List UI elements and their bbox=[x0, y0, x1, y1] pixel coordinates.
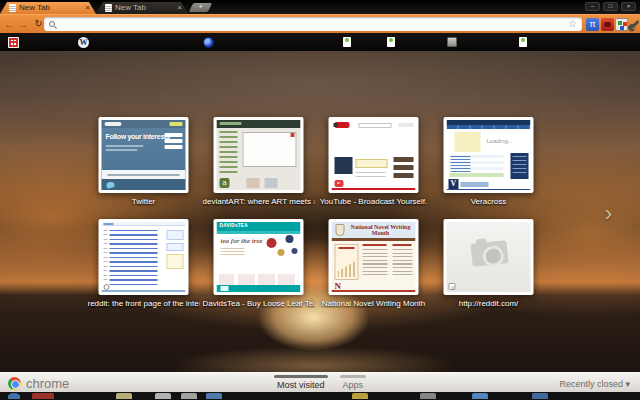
thumbnail-title: DavidsTea - Buy Loose Leaf Tea ... bbox=[203, 299, 315, 308]
bookmark-star-icon[interactable]: ☆ bbox=[568, 17, 577, 31]
reddit-favicon bbox=[449, 283, 456, 290]
thumbnail-deviantart[interactable]: a deviantART: where ART meets ap... bbox=[207, 117, 311, 206]
tab-new-tab-inactive[interactable]: New Tab × bbox=[96, 2, 188, 14]
close-button[interactable]: × bbox=[621, 2, 636, 11]
ornament bbox=[267, 238, 277, 248]
twitter-heading: Follow your interests bbox=[106, 133, 170, 140]
page-favicon[interactable] bbox=[343, 37, 351, 47]
taskbar-icon bbox=[8, 393, 20, 399]
page-favicon-icon bbox=[9, 4, 16, 12]
thumbnail-title: http://reddit.com/ bbox=[433, 299, 545, 308]
multicolor-extension-icon[interactable] bbox=[615, 18, 628, 31]
thumbnail-title: reddit: the front page of the inter... bbox=[88, 299, 200, 308]
footer-section-tabs: Most visited Apps bbox=[0, 373, 640, 393]
chevron-down-icon: ▾ bbox=[625, 379, 630, 389]
wikipedia-icon[interactable]: W bbox=[78, 37, 89, 48]
page-favicon[interactable] bbox=[519, 37, 527, 47]
twitter-signup-button bbox=[170, 122, 183, 126]
thumbnail-davidstea[interactable]: DAVIDsTEA tea for the tree DavidsTea - B… bbox=[207, 219, 311, 308]
page-favicon[interactable] bbox=[387, 37, 395, 47]
taskbar-icon bbox=[32, 393, 54, 399]
deviantart-canvas bbox=[243, 132, 297, 167]
tab-close-icon[interactable]: × bbox=[85, 2, 90, 14]
thumbnail-twitter[interactable]: Follow your interests Twitter bbox=[92, 117, 196, 206]
tab-most-visited[interactable]: Most visited bbox=[277, 373, 325, 393]
tab-label: New Tab bbox=[115, 2, 146, 14]
thumbnail-title: National Novel Writing Month bbox=[318, 299, 430, 308]
taskbar-icon bbox=[532, 393, 548, 399]
fundraising-bar-chart bbox=[338, 261, 356, 277]
new-tab-page: Follow your interests Twitter a bbox=[0, 51, 640, 372]
thumbnail-veracross[interactable]: Loading... V Veracross bbox=[437, 117, 541, 206]
nanowrimo-crest bbox=[336, 224, 345, 236]
youtube-logo bbox=[335, 122, 350, 128]
search-icon bbox=[49, 21, 55, 27]
new-tab-footer: chrome Most visited Apps Recently closed… bbox=[0, 372, 640, 392]
tab-new-tab-active[interactable]: New Tab × bbox=[0, 2, 96, 14]
next-page-chevron-icon[interactable]: › bbox=[605, 201, 612, 227]
red-extension-icon[interactable] bbox=[601, 18, 614, 31]
window-controls: – □ × bbox=[585, 2, 636, 11]
wrench-menu-icon[interactable] bbox=[630, 20, 639, 29]
most-visited-grid: Follow your interests Twitter a bbox=[92, 117, 541, 308]
restore-button[interactable]: □ bbox=[603, 2, 618, 11]
thumbnail-title: deviantART: where ART meets ap... bbox=[203, 197, 315, 206]
tab-close-icon[interactable]: × bbox=[177, 2, 182, 14]
new-tab-button[interactable]: + bbox=[189, 3, 212, 12]
recently-closed-menu[interactable]: Recently closed ▾ bbox=[559, 379, 630, 389]
thumbnail-title: YouTube - Broadcast Yourself. bbox=[318, 197, 430, 206]
youtube-play-icon bbox=[335, 180, 344, 187]
browser-window: New Tab × New Tab × + – □ × ← → ↻ ☆ π bbox=[0, 0, 640, 400]
cube-favicon[interactable] bbox=[447, 37, 457, 47]
thumbnail-title: Veracross bbox=[433, 197, 545, 206]
veracross-logo: V bbox=[449, 179, 459, 189]
twitter-logo bbox=[105, 122, 122, 126]
omnibox[interactable]: ☆ bbox=[44, 17, 582, 31]
camera-placeholder-icon bbox=[470, 240, 508, 267]
apps-grid-icon[interactable] bbox=[8, 37, 19, 48]
taskbar-icon bbox=[181, 393, 197, 399]
forward-button[interactable]: → bbox=[17, 15, 30, 33]
thumbnail-youtube[interactable]: YouTube - Broadcast Yourself. bbox=[322, 117, 426, 206]
tab-strip: New Tab × New Tab × + – □ × bbox=[0, 0, 640, 14]
bookmarks-bar: W bbox=[0, 33, 640, 51]
thumbnail-reddit[interactable]: reddit: the front page of the inter... bbox=[92, 219, 196, 308]
thumbnail-reddit-placeholder[interactable]: http://reddit.com/ bbox=[437, 219, 541, 308]
taskbar-icon bbox=[352, 393, 368, 399]
taskbar-icon bbox=[420, 393, 436, 399]
taskbar-icon bbox=[155, 393, 171, 399]
taskbar-icon bbox=[472, 393, 488, 399]
pi-extension-icon[interactable]: π bbox=[586, 18, 599, 31]
tab-apps[interactable]: Apps bbox=[343, 373, 364, 393]
page-favicon-icon bbox=[105, 4, 112, 12]
thumbnail-title: Twitter bbox=[88, 197, 200, 206]
clock-icon[interactable] bbox=[203, 37, 214, 48]
nanowrimo-heading: National Novel Writing Month bbox=[347, 224, 415, 236]
back-button[interactable]: ← bbox=[3, 15, 16, 33]
davidstea-logo: DAVIDsTEA bbox=[220, 223, 248, 228]
toolbar: ← → ↻ ☆ π bbox=[0, 14, 640, 33]
taskbar-icon bbox=[116, 393, 132, 399]
youtube-search-box bbox=[359, 123, 392, 128]
veracross-loading-text: Loading... bbox=[487, 138, 513, 144]
davidstea-tagline: tea for the tree bbox=[221, 238, 263, 245]
taskbar-sliver bbox=[0, 392, 640, 400]
thumbnail-nanowrimo[interactable]: National Novel Writing Month N National … bbox=[322, 219, 426, 308]
tab-label: New Tab bbox=[19, 2, 50, 14]
minimize-button[interactable]: – bbox=[585, 2, 600, 11]
taskbar-icon bbox=[206, 393, 222, 399]
deviantart-logo: a bbox=[220, 178, 230, 188]
